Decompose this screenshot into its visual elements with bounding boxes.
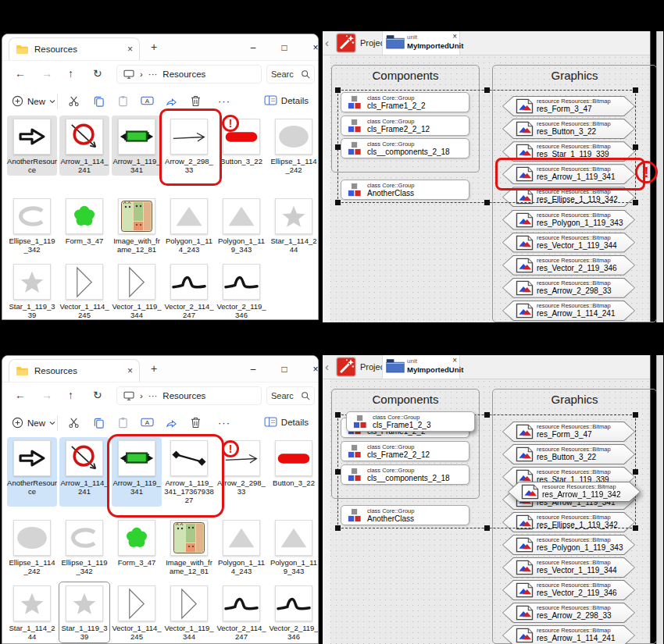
- delete-button[interactable]: [191, 95, 201, 107]
- cut-button[interactable]: [68, 417, 80, 429]
- maximize-button[interactable]: □: [270, 356, 299, 382]
- scrollbar[interactable]: [656, 355, 663, 644]
- file-tile[interactable]: Vector_1_114_245: [112, 582, 162, 642]
- up-button[interactable]: ↑: [68, 67, 73, 80]
- file-tile[interactable]: Image_with_frame_12_81: [112, 195, 162, 255]
- file-tile[interactable]: Star_1_119_339: [59, 582, 109, 642]
- file-tile[interactable]: Arrow_1_114_241: [59, 116, 109, 176]
- breadcrumb-current[interactable]: Resources: [162, 69, 205, 79]
- file-tile[interactable]: Vector_2_119_346: [269, 582, 319, 642]
- file-tile[interactable]: Button_3_22: [269, 437, 319, 507]
- search-input[interactable]: Searc: [266, 386, 315, 405]
- selection-handle[interactable]: [633, 469, 638, 475]
- file-tile[interactable]: Vector_2_119_346: [216, 261, 266, 320]
- selection-handle[interactable]: [484, 525, 490, 531]
- file-tile[interactable]: Form_3_47: [59, 195, 109, 255]
- selection-handle[interactable]: [335, 144, 341, 150]
- graphic-item[interactable]: resource Resources::Bitmapres_Arrow_1_11…: [502, 301, 635, 321]
- share-button[interactable]: [166, 95, 177, 107]
- file-tile[interactable]: Ellipse_1_119_342: [59, 517, 109, 577]
- graphic-item[interactable]: resource Resources::Bitmapres_Polygon_1_…: [502, 535, 635, 555]
- selection-handle[interactable]: [633, 412, 638, 418]
- more-options-button[interactable]: ···: [218, 417, 230, 429]
- component-item-floating[interactable]: class Core::Groupcls_Frame1_2_3: [346, 411, 475, 432]
- selection-handle[interactable]: [484, 412, 490, 418]
- minimize-button[interactable]: –: [238, 356, 268, 382]
- details-button[interactable]: Details: [264, 417, 309, 427]
- tab-unit[interactable]: unit MyImportedUnit ×: [382, 355, 460, 379]
- forward-button[interactable]: →: [41, 67, 52, 80]
- close-tab-button[interactable]: ×: [452, 356, 457, 365]
- selection-handle[interactable]: [633, 200, 638, 205]
- file-tile[interactable]: Polygon_1_114_243: [164, 195, 214, 255]
- rename-button[interactable]: A: [141, 417, 154, 428]
- selection-handle[interactable]: [335, 412, 341, 418]
- file-tile[interactable]: Vector_1_114_245: [59, 261, 109, 320]
- file-tile[interactable]: Ellipse_1_114_242: [269, 116, 319, 176]
- maximize-button[interactable]: □: [270, 34, 299, 60]
- file-tile[interactable]: Form_3_47: [112, 517, 162, 577]
- graphic-item[interactable]: resource Resources::Bitmapres_Vector_1_1…: [502, 557, 635, 578]
- file-tile[interactable]: Star_1_114_244: [7, 582, 57, 642]
- file-tile[interactable]: Star_1_114_244: [269, 195, 319, 255]
- new-button[interactable]: New: [12, 417, 55, 429]
- file-tile[interactable]: Arrow_1_119_341: [112, 116, 162, 176]
- selection-handle[interactable]: [633, 144, 638, 150]
- address-bar[interactable]: › ··· Resources: [116, 386, 262, 405]
- share-button[interactable]: [166, 417, 177, 429]
- selection-handle[interactable]: [633, 525, 638, 531]
- file-tile[interactable]: Image_with_frame_12_81: [164, 517, 214, 577]
- file-tile[interactable]: AnotherResource: [7, 437, 57, 507]
- copy-button[interactable]: [93, 95, 105, 107]
- new-tab-button[interactable]: +: [151, 362, 157, 375]
- delete-button[interactable]: [191, 417, 201, 429]
- back-button[interactable]: ←: [15, 67, 26, 80]
- breadcrumb-ellipsis[interactable]: ···: [148, 391, 158, 400]
- file-tile[interactable]: Vector_2_114_247: [164, 261, 214, 320]
- file-tile[interactable]: Star_1_119_339: [7, 261, 57, 320]
- file-tile[interactable]: Polygon_1_119_343: [269, 517, 319, 577]
- file-tile[interactable]: Vector_2_114_247: [216, 582, 266, 642]
- scrollbar[interactable]: [656, 31, 663, 322]
- breadcrumb-current[interactable]: Resources: [162, 391, 205, 400]
- file-tile[interactable]: Vector_1_119_344: [112, 261, 162, 320]
- close-tab-icon[interactable]: ×: [127, 44, 133, 55]
- selection-handle[interactable]: [633, 87, 638, 93]
- graphic-item[interactable]: resource Resources::Bitmapres_Vector_2_1…: [502, 580, 635, 600]
- close-window-button[interactable]: ×: [301, 34, 319, 60]
- close-tab-button[interactable]: ×: [452, 32, 457, 41]
- file-tile[interactable]: Vector_1_119_344: [164, 582, 214, 642]
- graphic-item[interactable]: resource Resources::Bitmapres_Polygon_1_…: [502, 210, 635, 230]
- selection-handle[interactable]: [335, 87, 341, 93]
- selection-handle[interactable]: [335, 200, 341, 205]
- file-tile[interactable]: Arrow_1_114_241: [59, 437, 109, 507]
- graphic-item[interactable]: resource Resources::Bitmapres_Arrow_2_29…: [502, 603, 635, 623]
- selection-handle[interactable]: [484, 200, 490, 205]
- file-tile[interactable]: Polygon_1_114_243: [216, 517, 266, 577]
- more-options-button[interactable]: ···: [218, 95, 230, 107]
- back-chevron[interactable]: ‹: [325, 36, 329, 49]
- details-button[interactable]: Details: [264, 95, 309, 105]
- close-window-button[interactable]: ×: [301, 356, 319, 382]
- project-wand-icon[interactable]: [336, 33, 356, 53]
- breadcrumb-ellipsis[interactable]: ···: [148, 69, 158, 79]
- graphic-item[interactable]: resource Resources::Bitmapres_Arrow_2_29…: [502, 278, 635, 298]
- back-chevron[interactable]: ‹: [325, 360, 329, 373]
- tab-unit[interactable]: unit MyImportedUnit ×: [382, 31, 460, 55]
- file-tile[interactable]: Ellipse_1_119_342: [7, 195, 57, 255]
- refresh-button[interactable]: ↻: [93, 389, 102, 401]
- graphic-item[interactable]: resource Resources::Bitmapres_Vector_1_1…: [502, 233, 635, 253]
- paste-button[interactable]: [117, 417, 129, 429]
- new-button[interactable]: New: [12, 95, 55, 107]
- forward-button[interactable]: →: [41, 389, 52, 401]
- selection-handle[interactable]: [335, 469, 341, 475]
- minimize-button[interactable]: –: [238, 34, 268, 60]
- selection-handle[interactable]: [335, 525, 341, 531]
- back-button[interactable]: ←: [15, 389, 26, 401]
- file-tile[interactable]: AnotherResource: [7, 116, 57, 176]
- cut-button[interactable]: [68, 95, 80, 107]
- copy-button[interactable]: [93, 417, 105, 429]
- search-input[interactable]: Searc: [266, 65, 315, 84]
- up-button[interactable]: ↑: [68, 389, 73, 401]
- selection-handle[interactable]: [484, 87, 490, 93]
